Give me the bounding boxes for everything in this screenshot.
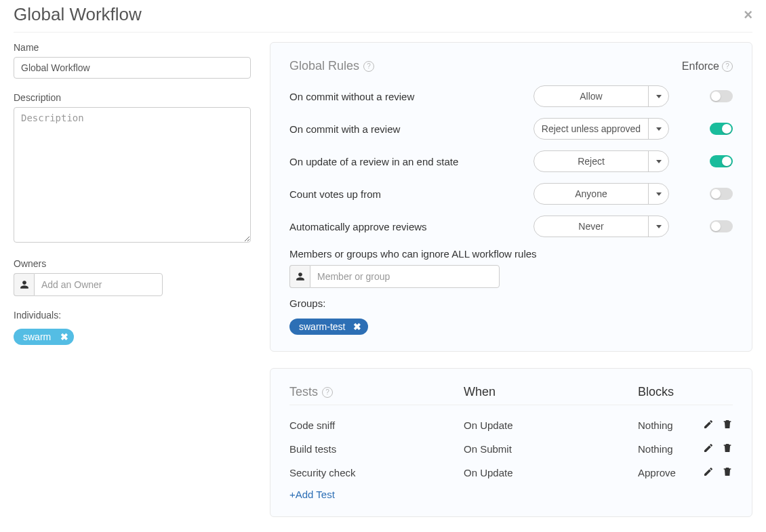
edit-icon[interactable]	[703, 466, 714, 479]
rule-select[interactable]: Allow	[533, 85, 669, 107]
member-input[interactable]	[310, 265, 500, 288]
rule-select[interactable]: Reject unless approved	[533, 118, 669, 140]
person-icon	[289, 265, 310, 288]
global-rules-title: Global Rules ?	[289, 59, 374, 73]
test-when: On Update	[464, 467, 638, 478]
test-name: Security check	[289, 467, 464, 478]
test-row: Security check On Update Approve	[289, 461, 733, 485]
enforce-toggle[interactable]	[710, 220, 733, 232]
test-blocks: Nothing	[638, 443, 706, 455]
tests-when-header: When	[464, 385, 638, 399]
test-when: On Update	[464, 420, 638, 431]
person-icon	[14, 273, 34, 296]
close-icon[interactable]: ×	[744, 6, 752, 24]
group-tag-label: swarm-test	[299, 321, 345, 332]
test-row: Build tests On Submit Nothing	[289, 437, 733, 461]
help-icon[interactable]: ?	[322, 387, 333, 398]
rule-select[interactable]: Never	[533, 216, 669, 237]
rule-label: On update of a review in an end state	[289, 156, 533, 167]
members-label: Members or groups who can ignore ALL wor…	[289, 248, 733, 260]
chevron-down-icon[interactable]	[648, 216, 668, 237]
remove-group-icon[interactable]: ✖	[353, 321, 361, 332]
chevron-down-icon[interactable]	[648, 86, 668, 106]
rule-label: Count votes up from	[289, 188, 533, 200]
rule-label: On commit without a review	[289, 91, 533, 102]
test-name: Build tests	[289, 443, 464, 455]
owners-label: Owners	[14, 258, 251, 269]
chevron-down-icon[interactable]	[648, 119, 668, 139]
remove-individual-icon[interactable]: ✖	[60, 331, 68, 342]
enforce-toggle[interactable]	[710, 90, 733, 102]
owner-input[interactable]	[34, 273, 163, 296]
individuals-label: Individuals:	[14, 310, 251, 321]
enforce-toggle[interactable]	[710, 155, 733, 167]
enforce-label: Enforce ?	[682, 59, 733, 73]
group-tag[interactable]: swarm-test ✖	[289, 319, 368, 335]
trash-icon[interactable]	[722, 443, 733, 455]
test-row: Code sniff On Update Nothing	[289, 413, 733, 437]
edit-icon[interactable]	[703, 419, 714, 432]
description-textarea[interactable]	[14, 107, 251, 243]
chevron-down-icon[interactable]	[648, 151, 668, 171]
trash-icon[interactable]	[722, 466, 733, 479]
rule-select[interactable]: Reject	[533, 150, 669, 172]
tests-blocks-header: Blocks	[638, 385, 733, 399]
help-icon[interactable]: ?	[722, 61, 733, 72]
individual-tag[interactable]: swarm ✖	[14, 329, 74, 345]
tests-title: Tests ?	[289, 385, 464, 399]
rule-select[interactable]: Anyone	[533, 183, 669, 205]
page-title: Global Workflow	[14, 4, 142, 25]
help-icon[interactable]: ?	[363, 61, 374, 72]
test-blocks: Approve	[638, 467, 706, 478]
trash-icon[interactable]	[722, 419, 733, 432]
rule-label: On commit with a review	[289, 123, 533, 135]
enforce-toggle[interactable]	[710, 188, 733, 200]
tests-panel: Tests ? When Blocks Code sniff On Update…	[270, 368, 752, 517]
test-when: On Submit	[464, 443, 638, 455]
individual-tag-label: swarm	[23, 331, 51, 342]
name-input[interactable]	[14, 57, 251, 79]
edit-icon[interactable]	[703, 443, 714, 455]
test-name: Code sniff	[289, 420, 464, 431]
test-blocks: Nothing	[638, 420, 706, 431]
description-label: Description	[14, 92, 251, 103]
groups-label: Groups:	[289, 298, 733, 309]
global-rules-panel: Global Rules ? Enforce ? On commit witho…	[270, 42, 752, 352]
name-label: Name	[14, 42, 251, 53]
enforce-toggle[interactable]	[710, 123, 733, 135]
rule-label: Automatically approve reviews	[289, 221, 533, 232]
add-test-link[interactable]: +Add Test	[289, 489, 335, 500]
chevron-down-icon[interactable]	[648, 184, 668, 204]
